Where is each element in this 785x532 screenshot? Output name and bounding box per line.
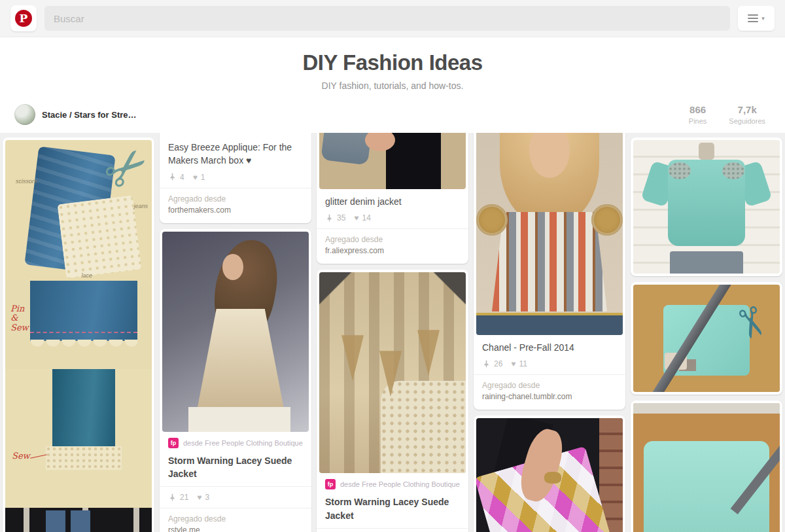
- pin-clutch[interactable]: [474, 416, 625, 532]
- pins-count: 866 Pines: [689, 104, 707, 125]
- collage-step-materials: ✂ scissors jeans lace: [5, 140, 152, 281]
- model-face: [222, 254, 243, 280]
- like-count: 11: [519, 359, 527, 368]
- pin-glitter-jacket[interactable]: glitter denim jacket 35 ♥ 14 Agregado de…: [317, 133, 468, 264]
- pin-stats: 35 ♥ 14: [325, 213, 460, 222]
- pin-image[interactable]: [319, 272, 466, 473]
- followers-count[interactable]: 7,7k Seguidores: [729, 104, 765, 125]
- pin-image[interactable]: [476, 133, 623, 335]
- pin-source: Agregado desde rstyle.me: [160, 508, 311, 532]
- pin-stats: 21 ♥ 3: [160, 486, 311, 508]
- suede-tatter: [341, 335, 364, 381]
- lace-trim: [46, 446, 122, 470]
- like-count: 3: [205, 493, 209, 502]
- pin-text-block: Chanel - Pre-Fall 2014 26 ♥ 11: [476, 335, 623, 374]
- handwritten-note: Sew: [12, 452, 30, 461]
- hamburger-icon: [748, 12, 758, 24]
- dressform-neck: [699, 143, 714, 160]
- pin-description: Storm Warning Lacey Suede Jacket: [168, 454, 303, 481]
- collage-step-result: [5, 508, 152, 532]
- pin-stats: 9 ♥ 4: [317, 528, 468, 532]
- pin-description: Chanel - Pre-Fall 2014: [482, 341, 617, 354]
- repin-count-icon: [168, 173, 177, 181]
- attribution-text: desde Free People Clothing Boutique: [183, 439, 303, 447]
- avatar[interactable]: [14, 104, 35, 125]
- pin-storm-warning-2[interactable]: fp desde Free People Clothing Boutique S…: [317, 270, 468, 532]
- source-domain: forthemakers.com: [168, 205, 303, 215]
- search-bar: [44, 6, 730, 31]
- search-input[interactable]: [44, 6, 730, 31]
- repin-count: 35: [337, 213, 345, 222]
- stitch-line: [30, 332, 137, 333]
- pin-image[interactable]: ✂ scissors jeans lace Pin & Sew Sew: [5, 140, 152, 532]
- pin-source: Agregado desde raining-chanel.tumblr.com: [474, 374, 625, 407]
- heart-icon: ♥: [197, 493, 201, 501]
- lace-swatch: [57, 195, 141, 278]
- caret-down-icon: ▾: [761, 15, 765, 22]
- board-title: DIY Fashion Ideas: [0, 50, 785, 75]
- board-stats: 866 Pines 7,7k Seguidores: [689, 104, 765, 125]
- grid-column-5: ✂: [631, 137, 782, 532]
- pin-image[interactable]: [633, 403, 780, 532]
- source-domain: raining-chanel.tumblr.com: [482, 392, 617, 401]
- board-owner[interactable]: Stacie / Stars for Stre…: [14, 104, 137, 125]
- board-description: DIY fashion, tutorials, and how-tos.: [0, 80, 785, 91]
- grid-column-1: ✂ scissors jeans lace Pin & Sew Sew: [3, 137, 154, 532]
- pin-stats: 4 ♥ 1: [168, 173, 303, 182]
- pin-jeans-diy[interactable]: ✂ scissors jeans lace Pin & Sew Sew: [3, 137, 154, 532]
- pin-image[interactable]: [319, 133, 466, 189]
- pin-teal-tshirt-ruler[interactable]: [631, 400, 782, 532]
- pin-image[interactable]: ✂: [633, 285, 780, 392]
- like-count: 14: [362, 213, 370, 222]
- gold-rings: [544, 472, 561, 484]
- source-domain: rstyle.me: [168, 525, 303, 532]
- repin-count: 26: [494, 359, 502, 368]
- menu-button[interactable]: ▾: [738, 6, 775, 31]
- gray-skirt: [670, 251, 743, 274]
- pin-text-block: Storm Warning Lacey Suede Jacket: [162, 448, 309, 487]
- pinterest-p-icon: P: [15, 10, 32, 27]
- railing: [133, 508, 139, 532]
- pin-image[interactable]: [476, 418, 623, 532]
- pin-chanel[interactable]: Chanel - Pre-Fall 2014 26 ♥ 11 Agregado …: [474, 133, 625, 410]
- lace-shoulder: [669, 162, 691, 179]
- pin-description: glitter denim jacket: [325, 195, 460, 208]
- pin-source: Agregado desde fr.aliexpress.com: [317, 228, 468, 261]
- heart-icon: ♥: [193, 173, 198, 181]
- collage-step-sew: Sew: [5, 369, 152, 508]
- pin-teal-shirt-supplies[interactable]: ✂: [631, 282, 782, 395]
- pin-easy-breeze[interactable]: Easy Breeze Applique: For the Makers Mar…: [160, 133, 311, 223]
- repin-count-icon: [482, 360, 491, 368]
- pinterest-logo[interactable]: P: [10, 5, 37, 31]
- owner-name: Stacie / Stars for Stre…: [42, 110, 137, 120]
- repin-count-icon: [325, 214, 334, 222]
- collage-step-pin-sew: Pin & Sew: [5, 281, 152, 369]
- handwritten-note: Pin & Sew: [10, 304, 34, 332]
- pin-image[interactable]: [162, 232, 309, 432]
- pin-text-block: Storm Warning Lacey Suede Jacket: [319, 489, 466, 528]
- jeans: [476, 313, 623, 335]
- jeans-leg: [46, 510, 65, 532]
- suede-tatter: [417, 330, 440, 376]
- free-people-badge-icon: fp: [325, 479, 336, 489]
- floor-strip: [633, 403, 780, 414]
- arrow-line: [30, 454, 47, 458]
- gold-shoulder: [591, 204, 623, 236]
- heart-icon: ♥: [354, 214, 358, 222]
- pin-attribution: fp desde Free People Clothing Boutique: [319, 473, 466, 489]
- pin-description: Storm Warning Lacey Suede Jacket: [325, 495, 460, 522]
- gold-shoulder: [476, 204, 508, 236]
- pin-source: Agregado desde forthemakers.com: [160, 188, 311, 221]
- pin-storm-warning-1[interactable]: fp desde Free People Clothing Boutique S…: [160, 229, 311, 532]
- pin-text-block: Easy Breeze Applique: For the Makers Mar…: [162, 135, 309, 188]
- jeans-leg: [71, 510, 90, 532]
- repin-count: 21: [180, 493, 188, 502]
- pin-teal-top-dressform[interactable]: [631, 137, 782, 276]
- pin-image[interactable]: [633, 140, 780, 274]
- pin-grid: ✂ scissors jeans lace Pin & Sew Sew: [0, 133, 785, 532]
- striped-top: [492, 212, 607, 311]
- free-people-badge-icon: fp: [168, 438, 179, 448]
- board-header: DIY Fashion Ideas DIY fashion, tutorials…: [0, 37, 785, 98]
- pin-text-block: glitter denim jacket 35 ♥ 14: [319, 189, 466, 228]
- heart-icon: ♥: [511, 360, 515, 368]
